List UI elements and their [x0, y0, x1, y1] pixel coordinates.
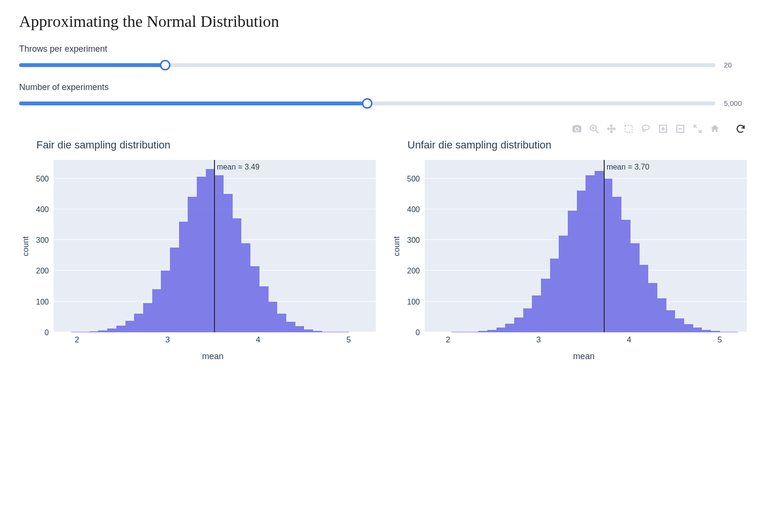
y-tick: 0	[45, 329, 49, 337]
mean-annotation: mean = 3.49	[217, 163, 259, 171]
histogram-bar	[523, 308, 532, 332]
camera-icon[interactable]	[572, 124, 582, 134]
slider-throws-handle[interactable]	[160, 60, 170, 70]
histogram-bar	[604, 179, 613, 332]
histogram-bar	[250, 266, 259, 332]
histogram-bar	[666, 310, 676, 332]
slider-experiments-track[interactable]	[19, 102, 715, 105]
y-tick: 500	[36, 175, 49, 183]
plot-area[interactable]: mean = 3.70	[425, 160, 747, 332]
x-tick: 4	[256, 335, 260, 345]
autoscale-icon[interactable]	[692, 124, 703, 134]
histogram-bar	[541, 279, 550, 333]
slider-throws: Throws per experiment 20	[19, 44, 747, 69]
chart-unfair: Unfair die sampling distributioncount010…	[390, 139, 747, 362]
histogram-bar	[657, 298, 666, 332]
svg-point-5	[642, 125, 650, 130]
histogram-bar	[621, 220, 631, 332]
chart-fair: Fair die sampling distributioncount01002…	[19, 139, 376, 362]
slider-throws-value: 20	[724, 61, 747, 69]
box-select-icon[interactable]	[623, 124, 634, 134]
x-tick: 3	[536, 335, 541, 345]
histogram-bar	[612, 197, 621, 332]
histogram-bar	[640, 265, 649, 332]
mean-line	[604, 160, 605, 332]
zoom-plus-icon[interactable]	[658, 124, 668, 134]
slider-throws-track[interactable]	[19, 63, 715, 67]
y-tick: 500	[407, 175, 420, 183]
y-axis: 0100200300400500	[404, 160, 425, 332]
histogram-bar	[224, 194, 233, 332]
slider-experiments-label: Number of experiments	[19, 82, 747, 92]
histogram-bar	[116, 326, 125, 332]
slider-experiments: Number of experiments 5,000	[19, 82, 747, 107]
histogram-bar	[693, 328, 702, 332]
histogram-bar	[143, 303, 152, 332]
histogram-bar	[496, 328, 506, 332]
y-tick: 300	[36, 237, 49, 244]
chart-title: Unfair die sampling distribution	[407, 139, 747, 151]
x-tick: 3	[165, 335, 169, 345]
slider-throws-label: Throws per experiment	[19, 44, 747, 54]
histogram-bar	[295, 326, 304, 332]
slider-experiments-handle[interactable]	[362, 98, 372, 109]
plot-area[interactable]: mean = 3.49	[54, 160, 376, 332]
histogram-bar	[550, 259, 559, 332]
histogram-bar	[125, 321, 135, 332]
reset-axes-icon[interactable]	[710, 124, 720, 134]
y-axis: 0100200300400500	[33, 160, 54, 332]
histogram-bar	[631, 243, 640, 332]
x-axis-label: mean	[50, 351, 376, 362]
histogram-bar	[648, 283, 657, 332]
y-tick: 400	[407, 206, 420, 214]
zoom-in-icon[interactable]	[589, 124, 599, 134]
x-tick: 5	[718, 335, 722, 345]
histogram-bar	[532, 295, 541, 332]
page-title: Approximating the Normal Distribution	[19, 12, 747, 31]
histogram-bars	[425, 160, 747, 332]
y-tick: 0	[416, 329, 420, 337]
y-axis-label: count	[390, 160, 404, 332]
svg-rect-4	[625, 125, 632, 133]
histogram-bar	[675, 318, 684, 332]
x-axis: 2345	[50, 332, 376, 345]
svg-line-1	[596, 130, 598, 133]
histogram-bar	[684, 324, 693, 332]
x-tick: 4	[627, 335, 631, 345]
histogram-bar	[514, 317, 523, 332]
histogram-bar	[595, 171, 604, 333]
y-tick: 200	[36, 267, 49, 275]
plot-toolbar	[19, 121, 747, 136]
x-tick: 5	[347, 335, 351, 345]
histogram-bar	[269, 302, 278, 332]
histogram-bar	[505, 324, 514, 332]
slider-experiments-value: 5,000	[724, 99, 747, 107]
histogram-bar	[188, 197, 197, 332]
y-tick: 400	[36, 206, 49, 214]
zoom-minus-icon[interactable]	[675, 124, 686, 134]
mean-line	[214, 160, 215, 332]
histogram-bar	[577, 191, 586, 332]
y-axis-label: count	[19, 160, 33, 332]
y-tick: 100	[407, 298, 420, 306]
chart-title: Fair die sampling distribution	[36, 139, 376, 151]
histogram-bar	[241, 243, 250, 332]
y-tick: 300	[407, 237, 420, 244]
lasso-select-icon[interactable]	[641, 124, 651, 134]
x-tick: 2	[75, 335, 79, 345]
histogram-bar	[206, 169, 215, 332]
histogram-bar	[170, 248, 179, 332]
refresh-icon[interactable]	[735, 124, 746, 134]
histogram-bar	[179, 222, 188, 332]
x-axis: 2345	[421, 332, 747, 345]
histogram-bar	[107, 328, 116, 332]
x-tick: 2	[446, 335, 450, 345]
histogram-bar	[214, 175, 224, 332]
x-axis-label: mean	[421, 351, 747, 362]
histogram-bar	[559, 236, 568, 333]
y-tick: 200	[407, 267, 420, 275]
pan-icon[interactable]	[606, 124, 617, 134]
histogram-bar	[568, 211, 577, 332]
histogram-bar	[152, 289, 161, 332]
histogram-bar	[233, 218, 242, 332]
